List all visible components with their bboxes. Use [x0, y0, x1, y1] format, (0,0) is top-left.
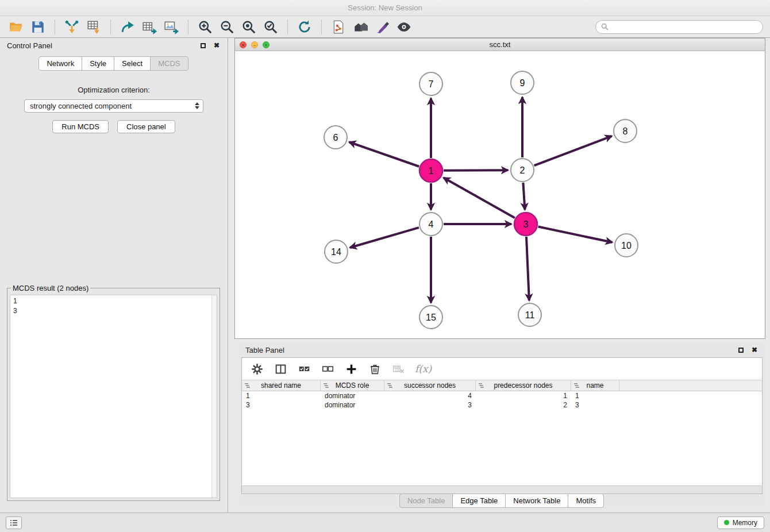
memory-button[interactable]: Memory	[717, 516, 764, 529]
add-column-icon[interactable]	[344, 362, 358, 376]
save-session-icon[interactable]	[29, 18, 47, 36]
select-stepper-icon	[195, 102, 199, 109]
graph-node-15[interactable]: 15	[419, 306, 442, 329]
table-row[interactable]: 1dominator411	[242, 391, 762, 400]
zoom-out-icon[interactable]	[218, 18, 236, 36]
tab-select[interactable]: Select	[114, 56, 151, 71]
close-panel-button[interactable]: Close panel	[117, 120, 175, 133]
column-header-shared-name[interactable]: shared name	[242, 380, 321, 391]
tab-motifs[interactable]: Motifs	[568, 494, 604, 508]
edges-layer	[349, 97, 613, 303]
table-tabs: Node TableEdge TableNetwork TableMotifs	[238, 494, 765, 508]
table-cell[interactable]: dominator	[321, 391, 384, 400]
node-label: 3	[523, 219, 529, 229]
run-mcds-button[interactable]: Run MCDS	[52, 120, 109, 133]
edge-4-14[interactable]	[350, 228, 419, 248]
node-label: 2	[520, 165, 525, 175]
export-network-icon[interactable]	[118, 18, 137, 36]
table-panel-header: Table Panel ✖	[238, 342, 765, 357]
edge-3-10[interactable]	[538, 227, 613, 242]
import-network-icon[interactable]	[63, 18, 81, 36]
column-edit-icon	[245, 383, 250, 388]
open-session-icon[interactable]	[7, 18, 25, 36]
table-row[interactable]: 3dominator323	[242, 400, 762, 410]
graph-node-7[interactable]: 7	[419, 72, 442, 95]
graph-node-11[interactable]: 11	[518, 303, 541, 326]
tab-network-table[interactable]: Network Table	[505, 494, 568, 508]
graph-node-9[interactable]: 9	[511, 71, 534, 94]
apply-layout-icon[interactable]	[295, 18, 314, 36]
close-panel-icon[interactable]: ✖	[213, 41, 221, 49]
network-overview-icon[interactable]	[329, 18, 348, 36]
graph-node-6[interactable]: 6	[324, 126, 347, 149]
graph-node-2[interactable]: 2	[511, 159, 534, 182]
zoom-selected-icon[interactable]	[261, 18, 280, 36]
select-all-icon[interactable]	[297, 362, 311, 376]
search-input[interactable]	[612, 23, 757, 31]
graph-node-1[interactable]: 1	[419, 159, 442, 182]
zoom-fit-icon[interactable]	[240, 18, 258, 36]
table-container: f(x) shared nameMCDS rolesuccessor nodes…	[241, 357, 763, 494]
table-cell[interactable]: 3	[242, 400, 321, 410]
edge-1-6[interactable]	[349, 142, 419, 166]
tab-network[interactable]: Network	[38, 56, 82, 71]
table-cell[interactable]: 1	[476, 391, 571, 400]
column-header-successor-nodes[interactable]: successor nodes	[384, 380, 476, 391]
float-panel-icon[interactable]	[199, 41, 207, 49]
table-body: 1dominator4113dominator323	[242, 391, 762, 485]
table-cell[interactable]: 3	[384, 400, 476, 410]
table-cell[interactable]: 2	[476, 400, 571, 410]
graph-node-10[interactable]: 10	[615, 234, 638, 257]
edge-2-8[interactable]	[534, 136, 612, 165]
criterion-select[interactable]: strongly connected component	[24, 99, 203, 113]
show-columns-icon[interactable]	[274, 362, 287, 376]
task-history-button[interactable]	[6, 516, 22, 529]
style-brush-icon[interactable]	[373, 18, 391, 36]
table-footer	[242, 485, 762, 494]
graph-node-3[interactable]: 3	[514, 213, 537, 236]
mcds-result-item[interactable]: 1	[13, 296, 214, 306]
home-icon[interactable]	[351, 18, 369, 36]
column-edit-icon	[324, 383, 329, 388]
table-cell[interactable]: 3	[571, 400, 619, 410]
close-table-panel-icon[interactable]: ✖	[750, 346, 759, 354]
tab-edge-table[interactable]: Edge Table	[452, 494, 506, 508]
column-header-MCDS-role[interactable]: MCDS role	[321, 380, 384, 391]
edge-3-11[interactable]	[526, 237, 529, 300]
tab-node-table[interactable]: Node Table	[399, 494, 453, 508]
maximize-window-icon[interactable]: +	[263, 41, 270, 48]
table-cell[interactable]: 1	[571, 391, 619, 400]
edge-1-2[interactable]	[444, 170, 508, 171]
column-header-name[interactable]: name	[571, 380, 619, 391]
deselect-all-icon[interactable]	[321, 362, 334, 376]
tab-style[interactable]: Style	[82, 56, 114, 71]
export-image-icon[interactable]	[162, 18, 180, 36]
table-settings-gear-icon[interactable]	[250, 362, 264, 376]
delete-column-icon[interactable]	[368, 362, 382, 376]
network-window-titlebar[interactable]: ✕ − + scc.txt	[235, 38, 765, 51]
table-cell[interactable]: dominator	[321, 400, 384, 410]
edge-2-3[interactable]	[523, 183, 525, 210]
column-header-label: shared name	[261, 381, 301, 390]
export-table-icon[interactable]	[140, 18, 159, 36]
result-scrollbar[interactable]	[211, 295, 217, 498]
import-table-icon[interactable]	[84, 18, 103, 36]
zoom-in-icon[interactable]	[196, 18, 214, 36]
eye-icon[interactable]	[395, 18, 413, 36]
search-box[interactable]	[595, 20, 763, 34]
network-svg[interactable]: 7968124314101511	[235, 51, 765, 338]
edge-3-1[interactable]	[444, 178, 515, 218]
mcds-result-item[interactable]: 3	[13, 306, 214, 316]
window-titlebar: Session: New Session	[0, 0, 770, 16]
table-cell[interactable]: 4	[384, 391, 476, 400]
graph-node-4[interactable]: 4	[419, 213, 442, 236]
graph-node-8[interactable]: 8	[614, 119, 637, 142]
graph-node-14[interactable]: 14	[325, 240, 348, 263]
tab-mcds[interactable]: MCDS	[150, 56, 188, 71]
column-header-predecessor-nodes[interactable]: predecessor nodes	[476, 380, 571, 391]
mcds-result-list[interactable]: 13	[10, 295, 217, 498]
minimize-window-icon[interactable]: −	[251, 41, 258, 48]
close-window-icon[interactable]: ✕	[240, 41, 247, 48]
float-table-panel-icon[interactable]	[737, 346, 745, 354]
table-cell[interactable]: 1	[242, 391, 321, 400]
